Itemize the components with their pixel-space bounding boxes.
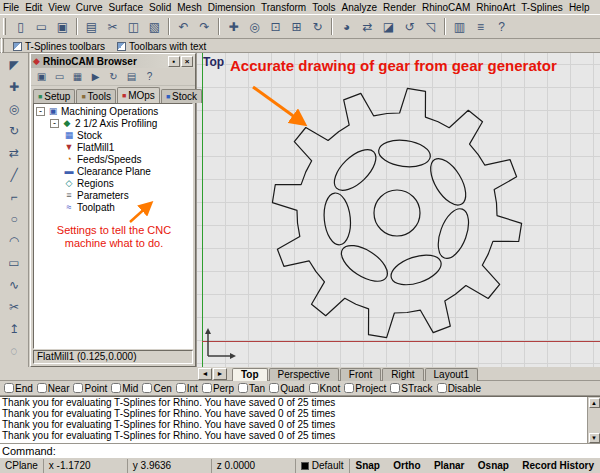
toggle-toolbars-with-text[interactable]: Toolbars with text: [112, 40, 211, 52]
stock-display-button[interactable]: ▦: [69, 69, 86, 85]
help-button[interactable]: ?: [491, 17, 512, 37]
move-button[interactable]: ⇄: [357, 17, 378, 37]
menu-help[interactable]: Help: [566, 2, 593, 13]
osnap-end-checkbox[interactable]: [4, 383, 14, 393]
menu-surface[interactable]: Surface: [106, 2, 146, 13]
toggle-ortho[interactable]: Ortho: [393, 460, 420, 471]
menu-curve[interactable]: Curve: [73, 2, 106, 13]
menu-file[interactable]: File: [0, 2, 22, 13]
osnap-project[interactable]: Project: [342, 382, 388, 395]
tree-item-clearance-plane[interactable]: ▬Clearance Plane: [34, 165, 192, 177]
scroll-up-icon[interactable]: ▲: [589, 398, 600, 408]
osnap-quad-checkbox[interactable]: [269, 383, 279, 393]
print-button[interactable]: ▤: [81, 17, 102, 37]
help-button[interactable]: ?: [141, 69, 158, 85]
circle-button[interactable]: ○: [3, 208, 25, 230]
simulate-button[interactable]: ▶: [87, 69, 104, 85]
rectangle-button[interactable]: ▭: [3, 252, 25, 274]
select-button[interactable]: ◤: [3, 54, 25, 76]
menu-t-splines[interactable]: T-Splines: [518, 2, 566, 13]
regenerate-button[interactable]: ↻: [105, 69, 122, 85]
osnap-perp[interactable]: Perp: [200, 382, 236, 395]
tree-item-2-1-2-axis-profiling[interactable]: -◆2 1/2 Axis Profiling: [34, 117, 192, 129]
menu-transform[interactable]: Transform: [258, 2, 309, 13]
toggle-planar[interactable]: Planar: [434, 460, 465, 471]
viewport-tab-perspective[interactable]: Perspective: [269, 368, 339, 381]
zoom-button[interactable]: ◎: [244, 17, 265, 37]
toggle-record-history[interactable]: Record History: [522, 460, 594, 471]
tree-expander-icon[interactable]: -: [50, 119, 59, 128]
osnap-disable-checkbox[interactable]: [437, 383, 447, 393]
tree-item-toolpath[interactable]: ≈Toolpath: [34, 201, 192, 213]
command-input[interactable]: [60, 445, 600, 457]
osnap-mid-checkbox[interactable]: [111, 383, 121, 393]
machine-setup-button[interactable]: ▣: [33, 69, 50, 85]
osnap-int[interactable]: Int: [174, 382, 200, 395]
menu-rhinoart[interactable]: RhinoArt: [473, 2, 518, 13]
menu-rhinocam[interactable]: RhinoCAM: [419, 2, 473, 13]
open-file-button[interactable]: ▭: [31, 17, 52, 37]
tree-item-feeds-speeds[interactable]: ◔Feeds/Speeds: [34, 153, 192, 165]
layers-button[interactable]: ▥: [449, 17, 470, 37]
redo-button[interactable]: ↷: [194, 17, 215, 37]
hide-button[interactable]: ◌: [3, 340, 25, 362]
tab-mops[interactable]: ■MOps: [117, 87, 160, 103]
tree-item-regions[interactable]: ◇Regions: [34, 177, 192, 189]
paste-button[interactable]: ▧: [144, 17, 165, 37]
toggle-t-splines-toolbars[interactable]: T-Splines toolbars: [8, 40, 110, 52]
osnap-int-checkbox[interactable]: [176, 383, 186, 393]
menu-edit[interactable]: Edit: [22, 2, 45, 13]
osnap-strack[interactable]: STrack: [388, 382, 434, 395]
menu-mesh[interactable]: Mesh: [174, 2, 204, 13]
osnap-point-checkbox[interactable]: [73, 383, 83, 393]
menu-render[interactable]: Render: [380, 2, 419, 13]
menu-tools[interactable]: Tools: [309, 2, 338, 13]
toggle-snap[interactable]: Snap: [356, 460, 380, 471]
toolbar-gripper[interactable]: [3, 18, 6, 35]
undo-button[interactable]: ↶: [173, 17, 194, 37]
viewport-title[interactable]: Top: [203, 55, 224, 69]
zoom-extents-button[interactable]: ⊞: [286, 17, 307, 37]
rotate-view-button[interactable]: ↻: [307, 17, 328, 37]
close-button[interactable]: ×: [181, 56, 193, 67]
menu-view[interactable]: View: [45, 2, 73, 13]
line-button[interactable]: ╱: [3, 164, 25, 186]
osnap-point[interactable]: Point: [71, 382, 109, 395]
osnap-quad[interactable]: Quad: [267, 382, 306, 395]
post-process-button[interactable]: ▭: [51, 69, 68, 85]
scroll-down-icon[interactable]: ▼: [589, 433, 600, 443]
save-button[interactable]: ▣: [52, 17, 73, 37]
osnap-mid[interactable]: Mid: [109, 382, 140, 395]
viewport-scroll-right-button[interactable]: ►: [213, 368, 227, 380]
rotate-view-button[interactable]: ↻: [3, 120, 25, 142]
osnap-tan[interactable]: Tan: [236, 382, 267, 395]
osnap-strack-checkbox[interactable]: [390, 383, 400, 393]
tree-item-parameters[interactable]: ≡Parameters: [34, 189, 192, 201]
tree-expander-icon[interactable]: -: [36, 107, 45, 116]
tree-item-machining-operations[interactable]: -▣Machining Operations: [34, 105, 192, 117]
viewport-tab-front[interactable]: Front: [340, 368, 381, 381]
osnap-project-checkbox[interactable]: [344, 383, 354, 393]
panel-titlebar[interactable]: ◆ RhinoCAM Browser ▪×: [31, 54, 195, 68]
pan-button[interactable]: ✚: [223, 17, 244, 37]
copy-object-button[interactable]: ◪: [378, 17, 399, 37]
osnap-near[interactable]: Near: [35, 382, 72, 395]
arc-button[interactable]: ◠: [3, 230, 25, 252]
zoom-window-button[interactable]: ⊡: [265, 17, 286, 37]
osnap-disable[interactable]: Disable: [435, 382, 483, 395]
cut-button[interactable]: ✂: [102, 17, 123, 37]
osnap-cen[interactable]: Cen: [140, 382, 173, 395]
tree-item-flatmill1[interactable]: ▼FlatMill1: [34, 141, 192, 153]
tab-setup[interactable]: ■Setup: [33, 89, 75, 103]
curve-button[interactable]: ∿: [3, 274, 25, 296]
viewport-tab-layout1[interactable]: Layout1: [425, 368, 479, 381]
tab-tools[interactable]: ■Tools: [76, 89, 116, 103]
rotate-button[interactable]: ↺: [399, 17, 420, 37]
tab-stock[interactable]: ■Stock: [161, 89, 202, 103]
history-scrollbar[interactable]: ▲ ▼: [587, 397, 600, 443]
move-button[interactable]: ⇄: [3, 142, 25, 164]
osnap-tan-checkbox[interactable]: [238, 383, 248, 393]
copy-button[interactable]: ◫: [123, 17, 144, 37]
scale-button[interactable]: ◹: [420, 17, 441, 37]
trim-button[interactable]: ✂: [3, 296, 25, 318]
